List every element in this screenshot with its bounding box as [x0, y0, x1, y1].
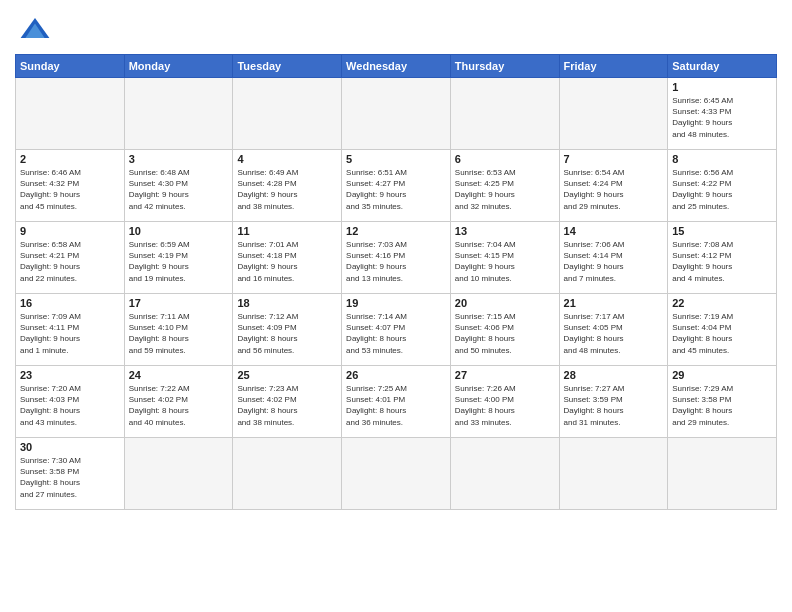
- calendar-cell: [342, 78, 451, 150]
- day-info: Sunrise: 7:12 AMSunset: 4:09 PMDaylight:…: [237, 311, 337, 356]
- day-number: 3: [129, 153, 229, 165]
- day-number: 14: [564, 225, 664, 237]
- calendar-cell: 5Sunrise: 6:51 AMSunset: 4:27 PMDaylight…: [342, 150, 451, 222]
- weekday-header-tuesday: Tuesday: [233, 55, 342, 78]
- day-info: Sunrise: 7:14 AMSunset: 4:07 PMDaylight:…: [346, 311, 446, 356]
- calendar-cell: 3Sunrise: 6:48 AMSunset: 4:30 PMDaylight…: [124, 150, 233, 222]
- day-number: 23: [20, 369, 120, 381]
- day-info: Sunrise: 7:01 AMSunset: 4:18 PMDaylight:…: [237, 239, 337, 284]
- day-number: 24: [129, 369, 229, 381]
- day-info: Sunrise: 7:03 AMSunset: 4:16 PMDaylight:…: [346, 239, 446, 284]
- day-info: Sunrise: 7:27 AMSunset: 3:59 PMDaylight:…: [564, 383, 664, 428]
- day-number: 16: [20, 297, 120, 309]
- page: SundayMondayTuesdayWednesdayThursdayFrid…: [0, 0, 792, 612]
- day-number: 13: [455, 225, 555, 237]
- calendar-cell: 2Sunrise: 6:46 AMSunset: 4:32 PMDaylight…: [16, 150, 125, 222]
- calendar-cell: 21Sunrise: 7:17 AMSunset: 4:05 PMDayligh…: [559, 294, 668, 366]
- day-number: 1: [672, 81, 772, 93]
- weekday-row: SundayMondayTuesdayWednesdayThursdayFrid…: [16, 55, 777, 78]
- day-info: Sunrise: 6:49 AMSunset: 4:28 PMDaylight:…: [237, 167, 337, 212]
- day-info: Sunrise: 6:45 AMSunset: 4:33 PMDaylight:…: [672, 95, 772, 140]
- day-info: Sunrise: 7:23 AMSunset: 4:02 PMDaylight:…: [237, 383, 337, 428]
- day-info: Sunrise: 7:04 AMSunset: 4:15 PMDaylight:…: [455, 239, 555, 284]
- calendar-week-2: 2Sunrise: 6:46 AMSunset: 4:32 PMDaylight…: [16, 150, 777, 222]
- day-info: Sunrise: 7:11 AMSunset: 4:10 PMDaylight:…: [129, 311, 229, 356]
- day-number: 26: [346, 369, 446, 381]
- calendar-cell: 18Sunrise: 7:12 AMSunset: 4:09 PMDayligh…: [233, 294, 342, 366]
- day-info: Sunrise: 6:46 AMSunset: 4:32 PMDaylight:…: [20, 167, 120, 212]
- calendar-cell: [668, 438, 777, 510]
- day-number: 12: [346, 225, 446, 237]
- calendar-week-6: 30Sunrise: 7:30 AMSunset: 3:58 PMDayligh…: [16, 438, 777, 510]
- calendar-cell: 11Sunrise: 7:01 AMSunset: 4:18 PMDayligh…: [233, 222, 342, 294]
- day-info: Sunrise: 6:48 AMSunset: 4:30 PMDaylight:…: [129, 167, 229, 212]
- day-info: Sunrise: 7:17 AMSunset: 4:05 PMDaylight:…: [564, 311, 664, 356]
- weekday-header-sunday: Sunday: [16, 55, 125, 78]
- calendar-week-3: 9Sunrise: 6:58 AMSunset: 4:21 PMDaylight…: [16, 222, 777, 294]
- day-info: Sunrise: 6:51 AMSunset: 4:27 PMDaylight:…: [346, 167, 446, 212]
- calendar-cell: 29Sunrise: 7:29 AMSunset: 3:58 PMDayligh…: [668, 366, 777, 438]
- calendar-cell: 14Sunrise: 7:06 AMSunset: 4:14 PMDayligh…: [559, 222, 668, 294]
- day-number: 27: [455, 369, 555, 381]
- day-info: Sunrise: 7:20 AMSunset: 4:03 PMDaylight:…: [20, 383, 120, 428]
- day-number: 18: [237, 297, 337, 309]
- calendar-cell: 17Sunrise: 7:11 AMSunset: 4:10 PMDayligh…: [124, 294, 233, 366]
- day-number: 20: [455, 297, 555, 309]
- day-info: Sunrise: 7:26 AMSunset: 4:00 PMDaylight:…: [455, 383, 555, 428]
- day-number: 6: [455, 153, 555, 165]
- calendar-cell: 23Sunrise: 7:20 AMSunset: 4:03 PMDayligh…: [16, 366, 125, 438]
- day-number: 29: [672, 369, 772, 381]
- calendar-cell: 7Sunrise: 6:54 AMSunset: 4:24 PMDaylight…: [559, 150, 668, 222]
- day-number: 7: [564, 153, 664, 165]
- calendar-cell: [450, 438, 559, 510]
- day-info: Sunrise: 6:56 AMSunset: 4:22 PMDaylight:…: [672, 167, 772, 212]
- day-number: 9: [20, 225, 120, 237]
- day-number: 19: [346, 297, 446, 309]
- calendar-cell: [450, 78, 559, 150]
- calendar-cell: [124, 438, 233, 510]
- calendar-header: SundayMondayTuesdayWednesdayThursdayFrid…: [16, 55, 777, 78]
- calendar: SundayMondayTuesdayWednesdayThursdayFrid…: [15, 54, 777, 510]
- calendar-cell: [559, 78, 668, 150]
- calendar-cell: 19Sunrise: 7:14 AMSunset: 4:07 PMDayligh…: [342, 294, 451, 366]
- day-number: 25: [237, 369, 337, 381]
- day-info: Sunrise: 6:59 AMSunset: 4:19 PMDaylight:…: [129, 239, 229, 284]
- day-number: 28: [564, 369, 664, 381]
- calendar-cell: 20Sunrise: 7:15 AMSunset: 4:06 PMDayligh…: [450, 294, 559, 366]
- weekday-header-wednesday: Wednesday: [342, 55, 451, 78]
- calendar-cell: 9Sunrise: 6:58 AMSunset: 4:21 PMDaylight…: [16, 222, 125, 294]
- day-number: 21: [564, 297, 664, 309]
- day-info: Sunrise: 7:19 AMSunset: 4:04 PMDaylight:…: [672, 311, 772, 356]
- day-info: Sunrise: 7:30 AMSunset: 3:58 PMDaylight:…: [20, 455, 120, 500]
- day-number: 10: [129, 225, 229, 237]
- calendar-cell: 1Sunrise: 6:45 AMSunset: 4:33 PMDaylight…: [668, 78, 777, 150]
- day-info: Sunrise: 6:54 AMSunset: 4:24 PMDaylight:…: [564, 167, 664, 212]
- day-info: Sunrise: 7:25 AMSunset: 4:01 PMDaylight:…: [346, 383, 446, 428]
- day-number: 11: [237, 225, 337, 237]
- calendar-cell: 16Sunrise: 7:09 AMSunset: 4:11 PMDayligh…: [16, 294, 125, 366]
- calendar-cell: [16, 78, 125, 150]
- day-number: 2: [20, 153, 120, 165]
- day-number: 4: [237, 153, 337, 165]
- calendar-week-4: 16Sunrise: 7:09 AMSunset: 4:11 PMDayligh…: [16, 294, 777, 366]
- calendar-cell: 26Sunrise: 7:25 AMSunset: 4:01 PMDayligh…: [342, 366, 451, 438]
- calendar-cell: 10Sunrise: 6:59 AMSunset: 4:19 PMDayligh…: [124, 222, 233, 294]
- calendar-cell: 4Sunrise: 6:49 AMSunset: 4:28 PMDaylight…: [233, 150, 342, 222]
- day-number: 8: [672, 153, 772, 165]
- calendar-cell: 30Sunrise: 7:30 AMSunset: 3:58 PMDayligh…: [16, 438, 125, 510]
- weekday-header-saturday: Saturday: [668, 55, 777, 78]
- calendar-cell: 8Sunrise: 6:56 AMSunset: 4:22 PMDaylight…: [668, 150, 777, 222]
- day-info: Sunrise: 6:58 AMSunset: 4:21 PMDaylight:…: [20, 239, 120, 284]
- calendar-week-5: 23Sunrise: 7:20 AMSunset: 4:03 PMDayligh…: [16, 366, 777, 438]
- day-number: 30: [20, 441, 120, 453]
- day-number: 17: [129, 297, 229, 309]
- calendar-cell: 13Sunrise: 7:04 AMSunset: 4:15 PMDayligh…: [450, 222, 559, 294]
- day-info: Sunrise: 7:06 AMSunset: 4:14 PMDaylight:…: [564, 239, 664, 284]
- calendar-week-1: 1Sunrise: 6:45 AMSunset: 4:33 PMDaylight…: [16, 78, 777, 150]
- day-number: 15: [672, 225, 772, 237]
- calendar-cell: 24Sunrise: 7:22 AMSunset: 4:02 PMDayligh…: [124, 366, 233, 438]
- calendar-body: 1Sunrise: 6:45 AMSunset: 4:33 PMDaylight…: [16, 78, 777, 510]
- day-info: Sunrise: 7:15 AMSunset: 4:06 PMDaylight:…: [455, 311, 555, 356]
- day-info: Sunrise: 7:09 AMSunset: 4:11 PMDaylight:…: [20, 311, 120, 356]
- day-info: Sunrise: 7:29 AMSunset: 3:58 PMDaylight:…: [672, 383, 772, 428]
